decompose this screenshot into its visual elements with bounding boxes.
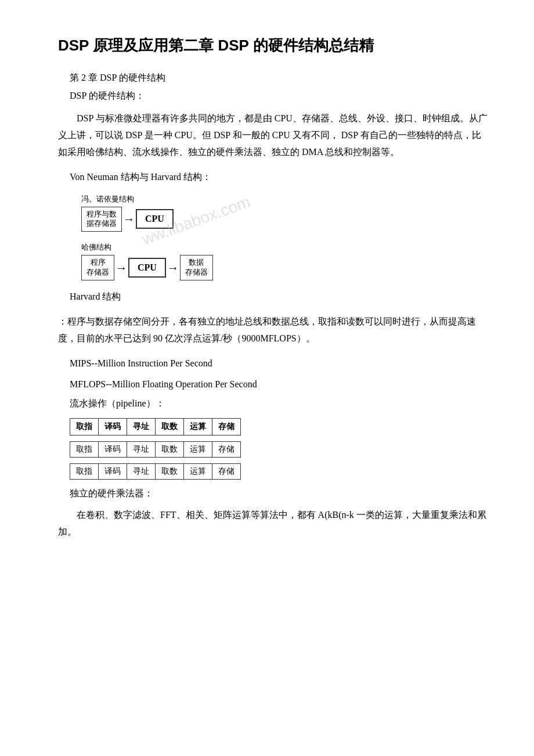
pipeline-3-col-1: 取指 [70,464,99,480]
pipeline-2-col-2: 译码 [99,442,127,458]
section-heading-1: 第 2 章 DSP 的硬件结构 [70,72,488,84]
mflops-line: MFLOPS--Million Floating Operation Per S… [70,376,488,393]
paragraph-main: DSP 与标准微处理器有许多共同的地方，都是由 CPU、存储器、总线、外设、接口… [58,110,488,160]
pipeline-table-2: 取指 译码 寻址 取数 运算 存储 [70,441,241,458]
standalone-heading: 独立的硬件乘法器： [70,488,488,500]
pipeline-1-col-6: 存储 [212,419,241,435]
harvard-cpu-box: CPU [128,258,166,278]
von-neuman-label: 冯。诺依曼结构 [81,194,134,204]
diagrams-wrapper: 冯。诺依曼结构 程序与数 据存储器 → CPU 哈佛结构 程序 存储器 → CP… [81,194,488,281]
harvard-desc: ：程序与数据存储空间分开，各有独立的地址总线和数据总线，取指和读数可以同时进行，… [58,314,488,347]
harvard-data-box: 数据 存储器 [180,255,213,280]
page-title: DSP 原理及应用第二章 DSP 的硬件结构总结精 [58,35,488,56]
von-neuman-diagram: 冯。诺依曼结构 程序与数 据存储器 → CPU [81,194,488,232]
von-neuman-cpu-box: CPU [136,209,174,229]
harvard-label: 哈佛结构 [81,242,111,253]
pipeline-3-col-3: 寻址 [127,464,156,480]
mips-line: MIPS--Million Instruction Per Second [70,355,488,372]
arrow-right-2: → [116,261,127,275]
standalone-desc: 在卷积、数字滤波、FFT、相关、矩阵运算等算法中，都有 A(kB(n-k 一类的… [58,507,488,541]
harvard-result-label: Harvard 结构 [70,291,121,301]
pipeline-1-col-3: 寻址 [127,419,156,435]
von-neuman-heading: Von Neuman 结构与 Harvard 结构： [70,169,488,186]
pipeline-3-col-6: 存储 [212,464,241,480]
pipeline-table-3: 取指 译码 寻址 取数 运算 存储 [70,463,241,480]
pipeline-3-col-4: 取数 [156,464,184,480]
pipeline-2-col-1: 取指 [70,442,99,458]
arrow-right-3: → [167,261,179,275]
pipeline-2-col-6: 存储 [212,442,241,458]
harvard-prog-box: 程序 存储器 [81,255,114,280]
von-neuman-row: 程序与数 据存储器 → CPU [81,207,174,232]
pipeline-label: 流水操作（pipeline）： [70,398,488,410]
pipeline-3-col-5: 运算 [184,464,212,480]
pipeline-2-col-4: 取数 [156,442,184,458]
pipeline-1-col-4: 取数 [156,419,184,435]
pipeline-1-col-1: 取指 [70,419,99,435]
pipeline-table-1: 取指 译码 寻址 取数 运算 存储 [70,418,241,435]
pipeline-tables: 取指 译码 寻址 取数 运算 存储 取指 译码 寻址 取数 运算 存储 取指 译… [70,418,488,480]
section-subheading-1: DSP 的硬件结构： [70,90,488,102]
harvard-row: 程序 存储器 → CPU → 数据 存储器 [81,255,213,280]
arrow-right-1: → [123,213,135,226]
pipeline-1-col-2: 译码 [99,419,127,435]
pipeline-2-col-3: 寻址 [127,442,156,458]
pipeline-3-col-2: 译码 [99,464,127,480]
von-neuman-memory-box: 程序与数 据存储器 [81,207,122,232]
harvard-result-text: Harvard 结构 [70,289,488,305]
harvard-diagram: 哈佛结构 程序 存储器 → CPU → 数据 存储器 [81,242,488,280]
pipeline-2-col-5: 运算 [184,442,212,458]
pipeline-1-col-5: 运算 [184,419,212,435]
